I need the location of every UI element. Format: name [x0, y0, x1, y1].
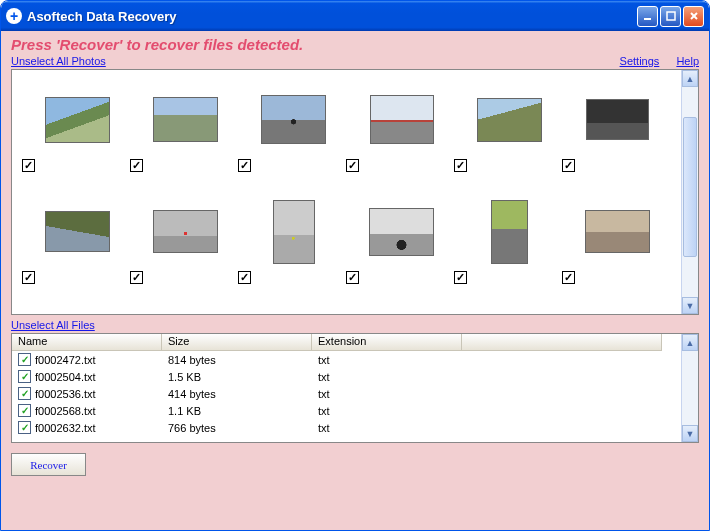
photo-checkbox[interactable] — [238, 271, 251, 284]
photo-checkbox[interactable] — [238, 159, 251, 172]
file-table-body: f0002472.txt814 bytestxtf0002504.txt1.5 … — [12, 351, 681, 436]
thumbnail-image — [273, 200, 315, 264]
photo-checkbox[interactable] — [130, 159, 143, 172]
scroll-up-button[interactable]: ▲ — [682, 334, 698, 351]
file-name: f0002536.txt — [35, 388, 96, 400]
photo-checkbox[interactable] — [562, 159, 575, 172]
photo-panel: ▲ ▼ — [11, 69, 699, 315]
photo-thumbnail[interactable] — [562, 76, 670, 184]
photo-thumbnail[interactable] — [22, 300, 130, 314]
recover-button[interactable]: Recover — [11, 453, 86, 476]
thumbnail-image — [153, 97, 218, 142]
scroll-thumb[interactable] — [683, 117, 697, 257]
photo-thumbnail[interactable] — [238, 76, 346, 184]
column-header[interactable]: Extension — [312, 334, 462, 351]
file-checkbox[interactable] — [18, 370, 31, 383]
table-row[interactable]: f0002504.txt1.5 KBtxt — [12, 368, 681, 385]
photo-checkbox[interactable] — [22, 271, 35, 284]
photo-thumbnail[interactable] — [22, 188, 130, 296]
thumbnail-image — [45, 211, 110, 252]
file-name: f0002504.txt — [35, 371, 96, 383]
file-scrollbar[interactable]: ▲ ▼ — [681, 334, 698, 442]
window-title: Asoftech Data Recovery — [27, 9, 637, 24]
table-row[interactable]: f0002568.txt1.1 KBtxt — [12, 402, 681, 419]
photo-thumbnail[interactable] — [346, 76, 454, 184]
file-size: 1.5 KB — [162, 371, 312, 383]
file-name: f0002632.txt — [35, 422, 96, 434]
thumbnail-image — [261, 95, 326, 144]
maximize-button[interactable] — [660, 6, 681, 27]
svg-rect-0 — [644, 18, 651, 20]
app-window: Asoftech Data Recovery Press 'Recover' t… — [0, 0, 710, 531]
help-link[interactable]: Help — [676, 55, 699, 67]
close-button[interactable] — [683, 6, 704, 27]
svg-rect-1 — [667, 12, 675, 20]
unselect-all-photos-link[interactable]: Unselect All Photos — [11, 55, 106, 67]
file-size: 766 bytes — [162, 422, 312, 434]
file-extension: txt — [312, 405, 462, 417]
photo-thumbnail[interactable] — [238, 188, 346, 296]
table-row[interactable]: f0002536.txt414 bytestxt — [12, 385, 681, 402]
thumbnail-image — [153, 210, 218, 253]
photo-thumbnail[interactable] — [454, 188, 562, 296]
table-row[interactable]: f0002632.txt766 bytestxt — [12, 419, 681, 436]
thumbnail-image — [45, 97, 110, 143]
file-name: f0002472.txt — [35, 354, 96, 366]
scroll-down-button[interactable]: ▼ — [682, 425, 698, 442]
photo-thumbnail[interactable] — [130, 188, 238, 296]
scroll-down-button[interactable]: ▼ — [682, 297, 698, 314]
thumbnail-image — [477, 98, 542, 142]
table-row[interactable]: f0002472.txt814 bytestxt — [12, 351, 681, 368]
photo-thumbnail[interactable] — [130, 76, 238, 184]
photo-grid — [22, 76, 681, 314]
thumbnail-image — [369, 208, 434, 256]
thumbnail-image — [491, 200, 528, 264]
file-extension: txt — [312, 422, 462, 434]
photo-checkbox[interactable] — [454, 271, 467, 284]
photo-thumbnail[interactable] — [346, 188, 454, 296]
column-header[interactable]: Name — [12, 334, 162, 351]
titlebar[interactable]: Asoftech Data Recovery — [1, 1, 709, 31]
unselect-all-files-link[interactable]: Unselect All Files — [11, 319, 95, 331]
file-name: f0002568.txt — [35, 405, 96, 417]
file-panel: NameSizeExtension f0002472.txt814 bytest… — [11, 333, 699, 443]
photo-thumbnail[interactable] — [22, 76, 130, 184]
file-table-header: NameSizeExtension — [12, 334, 681, 351]
file-checkbox[interactable] — [18, 387, 31, 400]
photo-thumbnail[interactable] — [454, 76, 562, 184]
column-header[interactable]: Size — [162, 334, 312, 351]
file-extension: txt — [312, 371, 462, 383]
photo-checkbox[interactable] — [562, 271, 575, 284]
file-checkbox[interactable] — [18, 421, 31, 434]
settings-link[interactable]: Settings — [620, 55, 660, 67]
file-extension: txt — [312, 388, 462, 400]
thumbnail-image — [370, 95, 434, 144]
minimize-button[interactable] — [637, 6, 658, 27]
photo-thumbnail[interactable] — [562, 188, 670, 296]
photo-checkbox[interactable] — [454, 159, 467, 172]
file-checkbox[interactable] — [18, 404, 31, 417]
thumbnail-image — [586, 99, 649, 140]
file-size: 414 bytes — [162, 388, 312, 400]
photo-checkbox[interactable] — [346, 159, 359, 172]
file-extension: txt — [312, 354, 462, 366]
photo-scrollbar[interactable]: ▲ ▼ — [681, 70, 698, 314]
file-size: 814 bytes — [162, 354, 312, 366]
content-area: Press 'Recover' to recover files detecte… — [1, 31, 709, 530]
column-header[interactable] — [462, 334, 662, 351]
thumbnail-image — [585, 210, 650, 253]
photo-checkbox[interactable] — [346, 271, 359, 284]
photo-checkbox[interactable] — [130, 271, 143, 284]
file-checkbox[interactable] — [18, 353, 31, 366]
file-size: 1.1 KB — [162, 405, 312, 417]
photo-checkbox[interactable] — [22, 159, 35, 172]
scroll-up-button[interactable]: ▲ — [682, 70, 698, 87]
app-icon — [6, 8, 22, 24]
instructions-text: Press 'Recover' to recover files detecte… — [11, 36, 699, 53]
